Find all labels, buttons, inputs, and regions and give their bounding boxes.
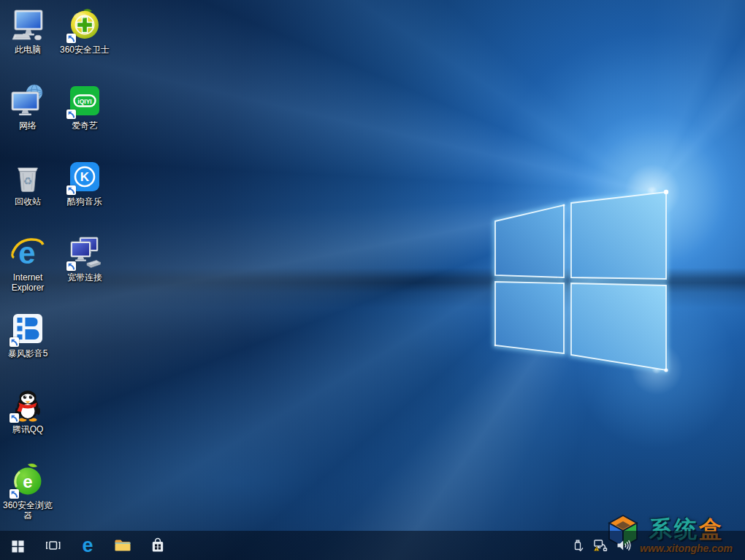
shortcut-arrow-icon — [66, 185, 76, 195]
iqiyi-logo-text: iQIYI — [77, 98, 91, 105]
desktop-icon-this-pc[interactable]: 此电脑 — [0, 7, 56, 55]
shortcut-arrow-icon — [9, 413, 19, 423]
shortcut-arrow-icon — [9, 489, 19, 499]
tencent-qq-icon — [10, 387, 45, 422]
desktop-icon-broadband-connection[interactable]: 宽带连接 — [57, 235, 112, 283]
file-explorer-button[interactable] — [105, 531, 140, 560]
desktop-icon-kugou-music[interactable]: K 酷狗音乐 — [57, 159, 112, 207]
desktop-icon-iqiyi[interactable]: iQIYI 爱奇艺 — [57, 83, 112, 131]
kugou-music-icon: K — [67, 159, 102, 194]
360-safe-browser-icon: e — [10, 463, 45, 498]
desktop-icon-label: 腾讯QQ — [0, 424, 56, 434]
internet-explorer-icon: e — [10, 235, 45, 270]
usb-device-icon — [571, 538, 585, 553]
windows-hero-logo — [446, 175, 687, 387]
taskbar: e — [0, 531, 745, 560]
shortcut-arrow-icon — [66, 34, 76, 43]
desktop-icon-recycle-bin[interactable]: ♻ 回收站 — [0, 159, 56, 207]
svg-text:e: e — [82, 536, 93, 555]
taskbar-buttons: e — [0, 531, 175, 560]
broadband-connection-icon — [67, 235, 102, 270]
tray-volume-button[interactable] — [614, 531, 633, 560]
desktop-icon-label: 360安全卫士 — [57, 45, 112, 55]
tray-usb-button[interactable] — [568, 531, 587, 560]
desktop-icon-label: 网络 — [0, 120, 56, 131]
desktop-icon-tencent-qq[interactable]: 腾讯QQ — [0, 387, 56, 434]
desktop-icon-label: 暴风影音5 — [0, 348, 56, 358]
file-explorer-icon — [114, 538, 131, 553]
desktop-icon-360-safe-browser[interactable]: e 360安全浏览器 — [0, 463, 56, 521]
windows-logo-icon — [11, 539, 25, 553]
shortcut-arrow-icon — [66, 110, 76, 119]
svg-text:♻: ♻ — [23, 175, 33, 187]
tray-network-button[interactable] — [590, 531, 609, 560]
network-icon — [10, 83, 45, 118]
desktop-icon-baofeng-player[interactable]: 暴风影音5 — [0, 311, 56, 358]
360-browser-logo-letter: e — [23, 472, 32, 491]
start-button[interactable] — [0, 531, 35, 560]
recycle-bin-icon: ♻ — [10, 159, 45, 194]
desktop-icon-label: 360安全浏览器 — [0, 500, 56, 521]
desktop-icon-label: 爱奇艺 — [57, 120, 112, 131]
task-view-button[interactable] — [35, 531, 70, 560]
kugou-logo-letter: K — [80, 170, 90, 184]
desktop-icon-internet-explorer[interactable]: e Internet Explorer — [0, 235, 56, 294]
shortcut-arrow-icon — [66, 261, 76, 271]
iqiyi-icon: iQIYI — [67, 83, 102, 118]
shortcut-arrow-icon — [9, 337, 19, 347]
desktop-icon-label: 此电脑 — [0, 45, 56, 55]
desktop-icon-label: Internet Explorer — [0, 272, 56, 294]
volume-icon — [616, 539, 631, 552]
task-view-icon — [45, 538, 61, 553]
edge-button[interactable]: e — [70, 531, 105, 560]
desktop-icon-network[interactable]: 网络 — [0, 83, 56, 131]
baofeng-player-icon — [10, 311, 45, 346]
edge-icon: e — [78, 536, 97, 555]
store-button[interactable] — [140, 531, 175, 560]
desktop-icon-360-safety-guard[interactable]: 360安全卫士 — [57, 7, 112, 55]
network-warning-icon — [592, 538, 608, 553]
desktop-icon-label: 酷狗音乐 — [57, 196, 112, 207]
360-safety-guard-icon — [67, 7, 102, 42]
desktop-icon-label: 回收站 — [0, 196, 56, 207]
desktop-icon-label: 宽带连接 — [57, 272, 112, 283]
store-icon — [150, 537, 165, 553]
this-pc-icon — [10, 7, 45, 42]
